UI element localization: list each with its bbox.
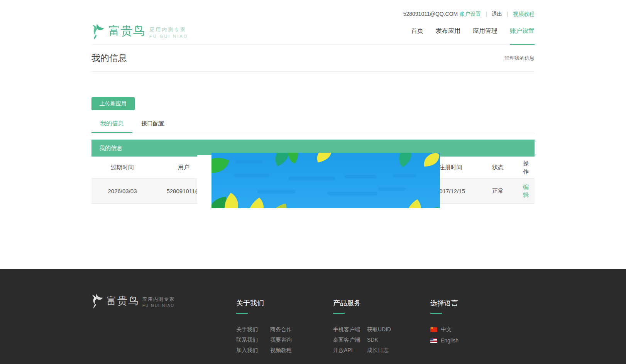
nav-item-publish-app[interactable]: 发布应用 bbox=[436, 18, 460, 45]
footer-logo: 富贵鸟 应用内测专家 FU GUI NIAO bbox=[91, 293, 175, 308]
footer-tagline-en: FU GUI NIAO bbox=[142, 303, 175, 308]
tab-bar: 我的信息 接口配置 bbox=[91, 120, 535, 133]
footer-section-title: 选择语言 bbox=[430, 298, 459, 308]
page-title: 我的信息 bbox=[91, 52, 127, 64]
status-value: 正常 bbox=[479, 187, 517, 195]
cn-flag-icon bbox=[430, 327, 437, 332]
footer-link-video-tutorial[interactable]: 视频教程 bbox=[270, 347, 292, 353]
footer-link-open-api[interactable]: 开放API bbox=[333, 347, 367, 353]
white-overlay-block bbox=[197, 155, 211, 207]
footer-link-sdk[interactable]: SDK bbox=[367, 337, 391, 343]
footer-link-contact[interactable]: 联系我们 bbox=[236, 337, 270, 343]
nav-item-app-management[interactable]: 应用管理 bbox=[473, 18, 497, 45]
upload-new-app-button[interactable]: 上传新应用 bbox=[91, 97, 135, 110]
footer-section-language: 选择语言 中文 English bbox=[430, 298, 459, 348]
blue-leaves-image bbox=[211, 153, 440, 208]
main-header: 富贵鸟 应用内测专家 FU GUI NIAO 首页 发布应用 应用管理 账户设置 bbox=[91, 18, 535, 45]
footer: 富贵鸟 应用内测专家 FU GUI NIAO 关于我们 关于我们 商务合作 联系… bbox=[0, 269, 626, 364]
brand-tagline-cn: 应用内测专家 bbox=[149, 26, 188, 33]
manage-info-label: 管理我的信息 bbox=[504, 55, 535, 62]
floating-image-overlay bbox=[211, 153, 440, 208]
footer-section-title: 产品服务 bbox=[333, 298, 391, 308]
brand-name: 富贵鸟 bbox=[108, 23, 146, 39]
brand-tagline-en: FU GUI NIAO bbox=[149, 34, 188, 39]
footer-section-products: 产品服务 手机客户端 获取UDID 桌面客户端 SDK 开放API 成长日志 bbox=[333, 298, 391, 353]
footer-link-consult[interactable]: 我要咨询 bbox=[270, 337, 292, 343]
brand-logo[interactable]: 富贵鸟 应用内测专家 FU GUI NIAO bbox=[91, 23, 188, 40]
footer-link-mobile-client[interactable]: 手机客户端 bbox=[333, 326, 367, 332]
footer-link-desktop-client[interactable]: 桌面客户端 bbox=[333, 337, 367, 343]
footer-link-about-us[interactable]: 关于我们 bbox=[236, 326, 270, 332]
green-underline bbox=[236, 313, 248, 314]
logout-link[interactable]: 退出 bbox=[492, 11, 502, 17]
footer-link-business[interactable]: 商务合作 bbox=[270, 326, 292, 332]
nav-item-account-settings[interactable]: 账户设置 bbox=[510, 18, 535, 45]
green-underline bbox=[430, 313, 442, 314]
nav-item-home[interactable]: 首页 bbox=[411, 18, 423, 45]
language-option-english[interactable]: English bbox=[430, 337, 459, 344]
bird-logo-icon bbox=[91, 23, 105, 40]
main-nav: 首页 发布应用 应用管理 账户设置 bbox=[399, 18, 535, 45]
account-settings-link[interactable]: 账户设置 bbox=[459, 11, 481, 17]
col-action: 操作 bbox=[517, 159, 535, 175]
green-underline bbox=[333, 313, 345, 314]
tab-api-config[interactable]: 接口配置 bbox=[132, 120, 173, 133]
expire-time-value: 2026/03/03 bbox=[91, 188, 153, 194]
user-email: 528091011@QQ.COM bbox=[403, 11, 458, 17]
separator: | bbox=[486, 11, 487, 17]
footer-link-growth-log[interactable]: 成长日志 bbox=[367, 347, 391, 353]
language-option-chinese[interactable]: 中文 bbox=[430, 326, 459, 333]
footer-brand-name: 富贵鸟 bbox=[107, 294, 139, 308]
footer-section-title: 关于我们 bbox=[236, 298, 292, 308]
edit-link: 编辑 bbox=[523, 192, 529, 198]
us-flag-icon bbox=[430, 338, 437, 343]
footer-tagline-cn: 应用内测专家 bbox=[142, 296, 175, 303]
account-topbar: 528091011@QQ.COM 账户设置 | 退出 | 视频教程 bbox=[91, 0, 535, 18]
footer-bird-logo-icon bbox=[91, 293, 103, 308]
video-tutorial-link[interactable]: 视频教程 bbox=[513, 11, 535, 17]
footer-section-about: 关于我们 关于我们 商务合作 联系我们 我要咨询 加入我们 视频教程 bbox=[236, 298, 292, 353]
footer-link-join-us[interactable]: 加入我们 bbox=[236, 347, 270, 353]
footer-link-get-udid[interactable]: 获取UDID bbox=[367, 326, 391, 332]
tab-my-info[interactable]: 我的信息 bbox=[91, 120, 132, 133]
col-status: 状态 bbox=[479, 164, 517, 171]
separator: | bbox=[507, 11, 508, 17]
col-expire-time: 过期时间 bbox=[91, 164, 153, 171]
page-title-band: 我的信息 管理我的信息 bbox=[91, 45, 535, 72]
